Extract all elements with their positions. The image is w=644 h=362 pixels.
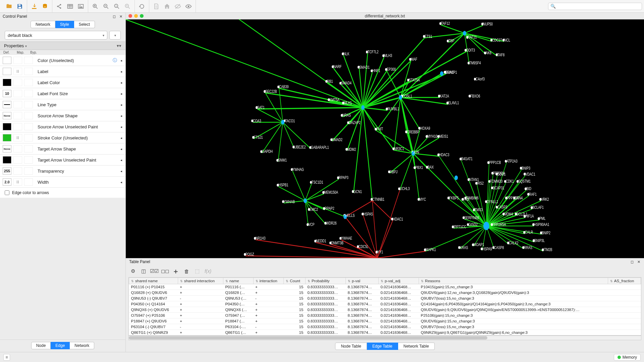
property-swatch[interactable]: 10 <box>3 90 11 97</box>
table-row[interactable]: Q16828 (+) Q9UDV6+Q16828 (…+150.83333333… <box>129 290 641 296</box>
property-swatch[interactable] <box>3 101 11 108</box>
expand-icon[interactable]: ◂ <box>119 59 123 62</box>
expand-icon[interactable]: ◂ <box>119 103 123 107</box>
property-map[interactable] <box>13 167 22 175</box>
add-icon[interactable]: ＋ <box>172 267 179 275</box>
expand-icon[interactable]: ◂ <box>119 114 123 118</box>
property-byp[interactable] <box>24 156 33 164</box>
refresh-icon[interactable] <box>138 2 146 11</box>
save-icon[interactable] <box>15 2 24 11</box>
zoom-out-icon[interactable] <box>102 2 110 11</box>
tab-select[interactable]: Select <box>74 21 95 28</box>
expand-icon[interactable]: ◂ <box>119 70 123 73</box>
property-byp[interactable] <box>24 134 33 141</box>
property-byp[interactable] <box>24 90 33 97</box>
property-map[interactable]: ⁞⁞ <box>13 68 22 75</box>
property-byp[interactable] <box>24 145 33 153</box>
table-tab-network-table[interactable]: Network Table <box>398 343 435 350</box>
property-byp[interactable] <box>24 101 33 108</box>
gear-icon[interactable]: ⚙ <box>129 267 137 275</box>
zoom-fit-icon[interactable]: 1 <box>112 2 121 11</box>
properties-header[interactable]: Properties ▾ ▾▾ <box>0 42 125 50</box>
columns-icon[interactable]: ◫ <box>140 267 147 275</box>
property-map[interactable]: ⁞⁞ <box>13 178 22 186</box>
window-close-icon[interactable] <box>128 14 132 18</box>
property-map[interactable] <box>13 145 22 153</box>
expand-icon[interactable]: ◂ <box>119 81 123 84</box>
home-icon[interactable] <box>163 2 171 11</box>
col-shared-name[interactable]: ⇅shared name <box>129 278 178 284</box>
property-map[interactable] <box>13 101 22 108</box>
search-box[interactable]: 🔍 <box>548 3 642 10</box>
import-db-icon[interactable] <box>41 2 49 11</box>
property-byp[interactable] <box>24 57 33 64</box>
property-swatch[interactable] <box>3 68 11 75</box>
col-shared-interaction[interactable]: ⇅shared interaction <box>178 278 223 284</box>
col-name[interactable]: ⇅name <box>223 278 253 284</box>
property-swatch[interactable] <box>3 79 11 86</box>
table-tab-edge-table[interactable]: Edge Table <box>367 343 398 350</box>
network-canvas[interactable]: TAF12NUP50TAF11ETS1TBPCDC27NCLAK6TAF8DDI… <box>126 19 644 258</box>
table-row[interactable]: P18847 (+) Q9UDV6+P18847 (…+150.83333333… <box>129 318 641 324</box>
property-swatch[interactable] <box>3 156 11 164</box>
property-map[interactable]: ⁞⁞ <box>13 134 22 141</box>
hide-icon[interactable] <box>173 2 182 11</box>
show-icon[interactable] <box>184 2 193 11</box>
property-swatch[interactable] <box>3 123 11 130</box>
bottom-tab-edge[interactable]: Edge <box>51 342 70 349</box>
col-probability[interactable]: ⇅Probability <box>305 278 345 284</box>
style-dropdown[interactable]: default black ▾ <box>5 31 107 40</box>
tab-style[interactable]: Style <box>55 21 74 28</box>
data-table[interactable]: ⇅shared name⇅shared interaction⇅name⇅int… <box>128 277 641 336</box>
property-map[interactable] <box>13 90 22 97</box>
col-as-fraction[interactable]: ⇅AS_fraction <box>608 278 641 284</box>
property-swatch[interactable] <box>3 134 11 141</box>
export-icon[interactable] <box>55 2 64 11</box>
memory-badge[interactable]: Memory <box>614 354 641 361</box>
col-p-val-adj[interactable]: ⇅p-val_adj <box>378 278 419 284</box>
table-tab-node-table[interactable]: Node Table <box>335 343 367 350</box>
property-map[interactable] <box>13 112 22 119</box>
table-row[interactable]: Q86TG1 (+) Q9NRZ9+Q86TG1 (…+150.83333333… <box>129 330 641 336</box>
select-all-icon[interactable]: ☑☑ <box>151 267 158 275</box>
table-row[interactable]: P63104 (-) Q9UBV7-P63104 (-…-150.8333333… <box>129 324 641 330</box>
doc-icon[interactable] <box>152 2 161 11</box>
property-swatch[interactable]: 255 <box>3 167 11 175</box>
window-min-icon[interactable] <box>134 14 138 18</box>
export-table-icon[interactable] <box>66 2 74 11</box>
collapse-icon[interactable]: ▾▾ <box>117 43 121 48</box>
close-icon[interactable]: ✕ <box>119 14 123 18</box>
expand-icon[interactable]: ◂ <box>119 92 123 96</box>
expand-icon[interactable]: ◂ <box>119 180 123 184</box>
property-swatch[interactable]: None <box>3 145 11 153</box>
tab-network[interactable]: Network <box>31 21 55 28</box>
detach-icon[interactable]: ◻ <box>112 14 116 18</box>
property-swatch[interactable]: 2.0 <box>3 178 11 186</box>
deselect-icon[interactable]: ◻◻ <box>161 267 169 275</box>
search-input[interactable] <box>557 4 640 9</box>
expand-icon[interactable]: ◂ <box>119 169 123 173</box>
table-row[interactable]: O75947 (+) P25106+O75947 (…+150.83333333… <box>129 313 641 318</box>
property-swatch[interactable]: None <box>3 112 11 119</box>
property-byp[interactable] <box>24 123 33 130</box>
expand-icon[interactable]: ◂ <box>119 158 123 162</box>
expand-icon[interactable]: ◂ <box>119 125 123 129</box>
bottom-tab-node[interactable]: Node <box>31 342 51 349</box>
import-icon[interactable] <box>30 2 39 11</box>
window-max-icon[interactable] <box>140 14 144 18</box>
property-byp[interactable] <box>24 167 33 175</box>
style-options-button[interactable]: ▾ <box>109 31 121 40</box>
edge-color-arrows-checkbox[interactable] <box>5 190 9 195</box>
col-count[interactable]: ⇅Count <box>284 278 306 284</box>
close-icon[interactable]: ✕ <box>637 260 641 264</box>
property-byp[interactable] <box>24 68 33 75</box>
property-byp[interactable] <box>24 178 33 186</box>
property-map[interactable] <box>13 79 22 86</box>
h-scrollbar[interactable] <box>128 336 641 340</box>
expand-icon[interactable]: ◂ <box>119 147 123 151</box>
expand-icon[interactable]: ◂ <box>119 136 123 140</box>
open-icon[interactable] <box>5 2 13 11</box>
property-swatch[interactable] <box>3 57 11 64</box>
delete-icon[interactable]: 🗑 <box>183 267 190 275</box>
table-row[interactable]: P01116 (+) P10415+P01116 (…+150.83333333… <box>129 284 641 290</box>
